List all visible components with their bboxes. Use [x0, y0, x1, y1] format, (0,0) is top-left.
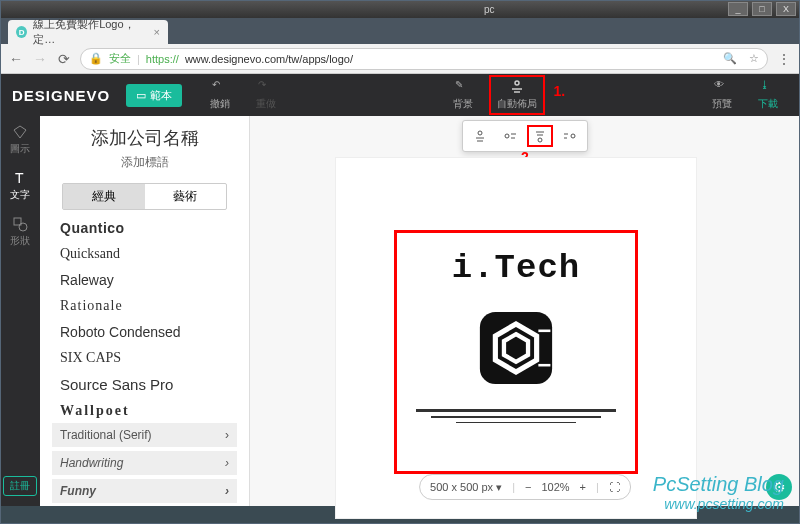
chevron-right-icon: › [225, 428, 229, 442]
bookmark-star-icon[interactable]: ☆ [749, 52, 759, 65]
app-header: DESIGNEVO ▭ 範本 ↶ 撤銷 ↷ 重做 ✎ 背景 自動佈局 1. 👁 … [0, 74, 800, 116]
font-category-funny[interactable]: Funny › [52, 479, 237, 503]
font-item[interactable]: Raleway [60, 272, 237, 288]
svg-point-6 [478, 131, 482, 135]
logo-lines [416, 405, 616, 427]
os-minimize-button[interactable]: _ [728, 2, 748, 16]
search-icon[interactable]: 🔍 [723, 52, 737, 65]
svg-point-5 [19, 223, 27, 231]
font-category-tabs: 經典 藝術 [62, 183, 227, 210]
category-label: Handwriting [60, 456, 123, 470]
zoom-out-button[interactable]: − [525, 481, 531, 493]
font-category-handwriting[interactable]: Handwriting › [52, 451, 237, 475]
url-text: www.designevo.com/tw/apps/logo/ [185, 53, 353, 65]
font-list: Quantico Quicksand Raleway Rationale Rob… [52, 220, 237, 419]
font-item[interactable]: Six Caps [60, 350, 237, 366]
left-rail: 圖示 T 文字 形狀 註冊 [0, 116, 40, 506]
font-item[interactable]: Rationale [60, 298, 237, 314]
rail-text-label: 文字 [10, 188, 30, 202]
browser-tab[interactable]: D 線上免費製作Logo，定… × [8, 20, 168, 44]
font-item[interactable]: Source Sans Pro [60, 376, 237, 393]
annotation-1: 1. [553, 83, 565, 99]
fit-button[interactable]: ⛶ [609, 481, 620, 493]
font-category-serif[interactable]: Traditional (Serif) › [52, 423, 237, 447]
os-maximize-button[interactable]: □ [752, 2, 772, 16]
lock-icon: 🔒 [89, 52, 103, 65]
svg-text:T: T [15, 170, 24, 186]
logo-text[interactable]: i.Tech [452, 249, 580, 287]
logo-selection[interactable]: i.Tech [394, 230, 638, 474]
paint-icon: ✎ [455, 79, 471, 95]
layout-option-3[interactable] [527, 125, 553, 147]
browser-toolbar: ← → ⟳ 🔒 安全 | https://www.designevo.com/t… [0, 44, 800, 74]
os-close-button[interactable]: X [776, 2, 796, 16]
canvas-bottom-toolbar: 500 x 500 px ▾ | − 102% + | ⛶ [419, 474, 631, 500]
artboard[interactable]: i.Tech [336, 158, 696, 518]
download-button[interactable]: ⭳ 下載 [748, 79, 788, 111]
reload-button[interactable]: ⟳ [56, 51, 72, 67]
settings-fab[interactable]: ⚙ [766, 474, 792, 500]
text-icon: T [12, 170, 28, 186]
font-item[interactable]: Quantico [60, 220, 237, 236]
tab-classic[interactable]: 經典 [63, 184, 145, 209]
svg-point-9 [505, 134, 509, 138]
shape-icon [12, 216, 28, 232]
undo-button[interactable]: ↶ 撤銷 [200, 79, 240, 111]
auto-layout-button[interactable]: 自動佈局 1. [489, 75, 545, 115]
download-icon: ⭳ [760, 79, 776, 95]
back-button[interactable]: ← [8, 51, 24, 67]
tagline-input[interactable]: 添加標語 [52, 154, 237, 171]
zoom-level[interactable]: 102% [541, 481, 569, 493]
tab-art[interactable]: 藝術 [145, 184, 227, 209]
chevron-right-icon: › [225, 484, 229, 498]
background-button[interactable]: ✎ 背景 [443, 79, 483, 111]
side-panel: 添加公司名稱 添加標語 經典 藝術 Quantico Quicksand Ral… [40, 116, 250, 506]
undo-label: 撤銷 [210, 97, 230, 111]
templates-icon: ▭ [136, 89, 146, 102]
layout-option-2[interactable] [497, 125, 523, 147]
auto-layout-icon [509, 79, 525, 95]
diamond-icon [12, 124, 28, 140]
register-button[interactable]: 註冊 [3, 476, 37, 496]
forward-button[interactable]: → [32, 51, 48, 67]
download-label: 下載 [758, 97, 778, 111]
browser-menu-button[interactable]: ⋮ [776, 51, 792, 67]
eye-icon: 👁 [714, 79, 730, 95]
rail-icon-label: 圖示 [10, 142, 30, 156]
rail-shape-tab[interactable]: 形狀 [10, 216, 30, 248]
address-bar[interactable]: 🔒 安全 | https://www.designevo.com/tw/apps… [80, 48, 768, 70]
secure-label: 安全 [109, 51, 131, 66]
canvas-size-label: 500 x 500 px [430, 481, 493, 493]
templates-label: 範本 [150, 88, 172, 103]
templates-button[interactable]: ▭ 範本 [126, 84, 182, 107]
preview-button[interactable]: 👁 預覽 [702, 79, 742, 111]
category-label: Traditional (Serif) [60, 428, 152, 442]
browser-tab-title: 線上免費製作Logo，定… [33, 17, 147, 47]
redo-button[interactable]: ↷ 重做 [246, 79, 286, 111]
company-name-input[interactable]: 添加公司名稱 [52, 126, 237, 150]
url-protocol: https:// [146, 53, 179, 65]
font-item[interactable]: Roboto Condensed [60, 324, 237, 340]
layout-option-4[interactable] [557, 125, 583, 147]
favicon-icon: D [16, 26, 27, 38]
background-label: 背景 [453, 97, 473, 111]
svg-point-17 [571, 134, 575, 138]
font-item[interactable]: Quicksand [60, 246, 237, 262]
font-item[interactable]: Wallpoet [60, 403, 237, 419]
chevron-down-icon: ▾ [496, 481, 502, 493]
undo-icon: ↶ [212, 79, 228, 95]
svg-point-0 [515, 81, 519, 85]
layout-option-1[interactable] [467, 125, 493, 147]
chevron-right-icon: › [225, 456, 229, 470]
rail-icon-tab[interactable]: 圖示 [10, 124, 30, 156]
zoom-in-button[interactable]: + [580, 481, 586, 493]
redo-label: 重做 [256, 97, 276, 111]
os-titlebar: pc _ □ X [0, 0, 800, 18]
category-label: Funny [60, 484, 96, 498]
canvas-area: 2. i.Tech 500 x 500 px ▾ | − 102% + | ⛶ … [250, 116, 800, 506]
canvas-size-dropdown[interactable]: 500 x 500 px ▾ [430, 481, 502, 494]
rail-text-tab[interactable]: T 文字 [10, 170, 30, 202]
hexagon-icon[interactable] [473, 305, 559, 391]
tab-close-icon[interactable]: × [154, 26, 160, 38]
redo-icon: ↷ [258, 79, 274, 95]
